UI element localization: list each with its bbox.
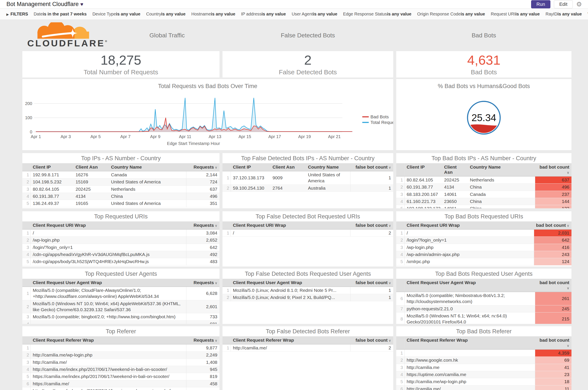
table-cell[interactable]: 483 bbox=[186, 258, 219, 265]
table-cell[interactable]: Mozilla/5.0 (compatible; Nimbostratus-Bo… bbox=[404, 292, 535, 305]
table-cell[interactable]: http://camilia.me/index.php/2017/06/17/w… bbox=[31, 366, 186, 373]
table-cell[interactable]: 136.24.49.37 bbox=[31, 200, 73, 207]
column-header[interactable]: bad bot count ∨ bbox=[534, 221, 572, 229]
table-cell[interactable]: 215 bbox=[535, 312, 572, 324]
table-cell[interactable]: 60.191.38.77 bbox=[404, 184, 442, 191]
table-cell[interactable]: 2,652 bbox=[186, 237, 219, 244]
table-cell[interactable]: 1 bbox=[350, 185, 393, 192]
column-header[interactable]: Client Request User Agent Wrap bbox=[231, 279, 350, 287]
table-cell[interactable]: 496 bbox=[535, 184, 572, 191]
table-cell[interactable]: Australia bbox=[306, 185, 350, 192]
filter-item-request-uri[interactable]: Request URIis any value bbox=[491, 12, 540, 16]
table-cell[interactable]: / bbox=[231, 229, 350, 237]
column-header[interactable]: Client Request URI Wrap bbox=[404, 221, 534, 229]
filter-item-user-agent[interactable]: User Agentis any value bbox=[292, 12, 337, 16]
table-cell[interactable]: /xmlrpc.php bbox=[404, 258, 534, 265]
column-header[interactable]: Client IP bbox=[31, 163, 73, 171]
filter-item-date[interactable]: Dateis in the past 7 weeks bbox=[34, 12, 87, 16]
table-cell[interactable]: http://camilia.me/index.php/2017/05/14/h… bbox=[31, 388, 186, 390]
table-cell[interactable]: United States of America bbox=[109, 179, 186, 186]
table-cell[interactable]: 103.108.132.173 bbox=[404, 205, 442, 208]
table-cell[interactable]: http://camilia.me/ bbox=[404, 385, 535, 390]
column-header[interactable]: Client Asn bbox=[270, 163, 306, 171]
table-cell[interactable]: /wp-admin/admin-ajax.php bbox=[404, 251, 534, 258]
table-cell[interactable]: 202425 bbox=[442, 176, 468, 184]
table-cell[interactable]: 6,628 bbox=[186, 287, 219, 300]
table-cell[interactable]: 416 bbox=[534, 244, 572, 251]
table-cell[interactable]: 80.82.64.105 bbox=[31, 186, 73, 193]
table-cell[interactable]: 637 bbox=[535, 176, 572, 184]
column-header[interactable]: Requests ∨ bbox=[186, 221, 219, 229]
table-cell[interactable]: 1 bbox=[350, 287, 393, 294]
column-header[interactable]: Client Request User Agent Wrap bbox=[31, 279, 186, 287]
table-cell[interactable] bbox=[404, 349, 535, 357]
table-cell[interactable]: 733 bbox=[186, 313, 219, 320]
column-header[interactable]: Requests ∨ bbox=[186, 279, 219, 287]
table-cell[interactable]: /login/?login_only=1 bbox=[31, 244, 186, 251]
table-cell[interactable]: /cdn-cgi/apps/body/3Lh52SjWTQ4HRlErJykHq… bbox=[31, 258, 186, 265]
column-header[interactable]: Country Name bbox=[109, 163, 186, 171]
gear-icon[interactable]: ⚙ bbox=[576, 0, 582, 8]
table-cell[interactable] bbox=[31, 320, 186, 324]
table-cell[interactable]: 243 bbox=[534, 251, 572, 258]
table-cell[interactable]: 104.198.5.232 bbox=[31, 179, 73, 186]
table-cell[interactable]: Mozilla/5.0 (Linux; Android 8.1.0; Redmi… bbox=[231, 287, 350, 294]
table-cell[interactable]: Mozilla/5.0 (compatible; bingbot/2.0; +h… bbox=[31, 313, 186, 320]
column-header[interactable]: Client Asn bbox=[73, 163, 109, 171]
table-cell[interactable]: United States of America bbox=[306, 171, 350, 185]
table-cell[interactable]: 16276 bbox=[73, 171, 109, 179]
table-cell[interactable]: 4134 bbox=[442, 184, 468, 191]
column-header[interactable]: Client Request Referer Wrap bbox=[31, 336, 186, 344]
table-cell[interactable]: 9,877 bbox=[186, 344, 219, 351]
table-cell[interactable]: 2,031 bbox=[534, 229, 572, 237]
table-cell[interactable]: 2,144 bbox=[186, 171, 219, 179]
column-header[interactable]: Client Asn bbox=[442, 163, 468, 176]
table-cell[interactable]: 642 bbox=[186, 244, 219, 251]
table-cell[interactable]: 245 bbox=[535, 305, 572, 312]
filter-item-country[interactable]: Countryis any value bbox=[146, 12, 186, 16]
table-cell[interactable]: http://camilia.me bbox=[404, 364, 535, 371]
table-cell[interactable]: 41 bbox=[535, 364, 572, 371]
table-cell[interactable]: /login/?login_only=1 bbox=[404, 237, 534, 244]
table-cell[interactable]: http://www.google.com.hk bbox=[404, 357, 535, 364]
table-cell[interactable]: United States of America bbox=[109, 200, 186, 207]
table-cell[interactable]: Canada bbox=[109, 171, 186, 179]
table-cell[interactable]: 3,084 bbox=[186, 229, 219, 237]
table-cell[interactable]: 11 bbox=[535, 385, 572, 390]
table-cell[interactable]: 637 bbox=[186, 186, 219, 193]
table-cell[interactable]: 261 bbox=[535, 292, 572, 305]
table-cell[interactable]: 59.100.254.130 bbox=[231, 185, 270, 192]
table-cell[interactable]: 237 bbox=[535, 191, 572, 198]
table-cell[interactable]: /wp-login.php bbox=[404, 244, 534, 251]
table-cell[interactable]: 18 bbox=[535, 378, 572, 385]
table-cell[interactable]: 9009 bbox=[270, 171, 306, 185]
table-cell[interactable]: 4,359 bbox=[535, 349, 572, 357]
table-cell[interactable]: /wp-login.php bbox=[31, 237, 186, 244]
table-cell[interactable]: python-requests/2.21.0 bbox=[404, 305, 535, 312]
table-cell[interactable]: 945 bbox=[186, 366, 219, 373]
table-cell[interactable]: http://camilia.me/ bbox=[231, 344, 350, 351]
column-header[interactable]: Country Name bbox=[306, 163, 350, 171]
table-cell[interactable]: 15169 bbox=[73, 179, 109, 186]
filter-item-ip-address[interactable]: IP addressis any value bbox=[241, 12, 286, 16]
column-header[interactable]: false bot count ∨ bbox=[350, 163, 393, 171]
table-cell[interactable]: http://camilia.me/ bbox=[31, 359, 186, 366]
column-header[interactable]: bad bot count ∨ bbox=[535, 163, 572, 176]
column-header[interactable]: false bot count ∨ bbox=[350, 336, 393, 344]
table-cell[interactable]: 2 bbox=[350, 344, 393, 351]
table-cell[interactable]: 23650 bbox=[442, 198, 468, 205]
table-cell[interactable]: /cdn-cgi/apps/head/xVgyKhR-vV3dAUGhMqfBc… bbox=[31, 251, 186, 258]
table-cell[interactable]: 351 bbox=[186, 200, 219, 207]
table-cell[interactable]: / bbox=[404, 229, 534, 237]
table-cell[interactable]: 496 bbox=[186, 193, 219, 200]
table-cell[interactable]: http://camilia.me/wp-login.php bbox=[31, 351, 186, 359]
table-cell[interactable]: 681 bbox=[186, 320, 219, 324]
filter-item-hostname[interactable]: Hostnameis any value bbox=[191, 12, 235, 16]
table-cell[interactable]: https://uptime.com/camilia.me bbox=[404, 371, 535, 378]
filter-item-origin-response-code[interactable]: Origin Response Codeis any value bbox=[417, 12, 485, 16]
table-cell[interactable]: 492 bbox=[186, 251, 219, 258]
table-cell[interactable]: Netherlands bbox=[109, 186, 186, 193]
table-cell[interactable]: https://camilia.me/ bbox=[31, 380, 186, 387]
table-cell[interactable]: 144 bbox=[535, 198, 572, 205]
legend-item-total-requests[interactable]: Total Requests bbox=[362, 120, 393, 125]
